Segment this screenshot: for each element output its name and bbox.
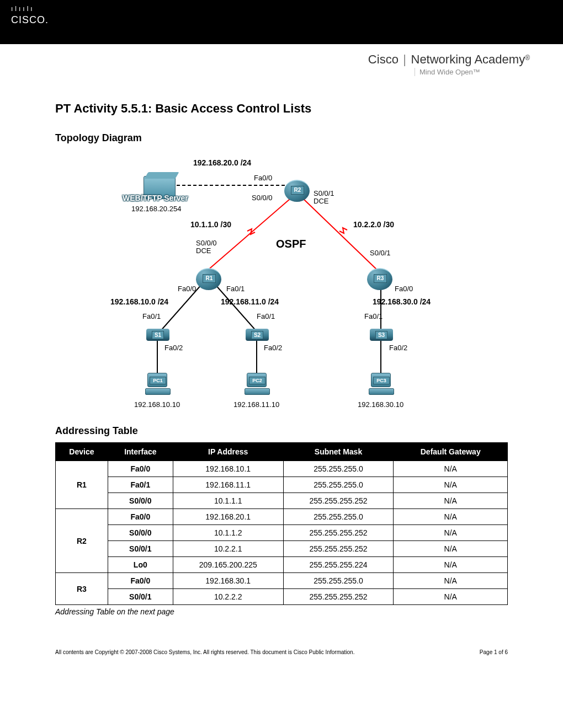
cell-mask: 255.255.255.252 <box>283 589 394 605</box>
switch-s2-label: S2 <box>251 331 263 339</box>
th-mask: Subnet Mask <box>283 443 394 461</box>
pc2-label: PC2 <box>249 377 265 384</box>
label-s1-fa01: Fa0/1 <box>142 312 161 320</box>
switch-s3-label: S3 <box>375 331 387 339</box>
label-r3-fa00: Fa0/0 <box>395 285 413 293</box>
cisco-logo-bars: ılıılı <box>11 6 552 12</box>
label-pc3-ip: 192.168.30.10 <box>358 400 403 409</box>
cell-device: R1 <box>56 461 108 509</box>
table-row: Lo0209.165.200.225255.255.255.224N/A <box>56 557 508 573</box>
cell-gateway: N/A <box>394 573 508 589</box>
label-r1-fa01: Fa0/1 <box>226 285 245 293</box>
label-r2-s000: S0/0/0 <box>252 194 273 202</box>
th-ip: IP Address <box>173 443 283 461</box>
cell-mask: 255.255.255.252 <box>283 493 394 509</box>
cell-ip: 192.168.10.1 <box>173 461 283 477</box>
cell-mask: 255.255.255.0 <box>283 573 394 589</box>
th-gateway: Default Gateway <box>394 443 508 461</box>
switch-s1-label: S1 <box>152 331 164 339</box>
cell-ip: 10.1.1.1 <box>173 493 283 509</box>
cell-interface: Fa0/0 <box>108 461 173 477</box>
label-net-10: 192.168.10.0 /24 <box>110 297 168 306</box>
table-row: S0/0/110.2.2.1255.255.255.252N/A <box>56 541 508 557</box>
academy-separator: | <box>403 52 406 66</box>
label-r1-dce: DCE <box>196 247 211 255</box>
label-r3-s001: S0/0/1 <box>370 249 391 257</box>
cell-ip: 192.168.11.1 <box>173 477 283 493</box>
academy-header: Cisco | Networking Academy® Mind Wide Op… <box>0 44 563 79</box>
topology-diagram: 192.168.20.0 /24 Fa0/0 WEB/TFTP Server 1… <box>72 149 491 414</box>
section-addressing: Addressing Table <box>55 425 508 437</box>
label-net-11: 192.168.11.0 /24 <box>221 297 279 306</box>
cell-ip: 192.168.20.1 <box>173 509 283 525</box>
table-note: Addressing Table on the next page <box>55 607 508 616</box>
cell-gateway: N/A <box>394 477 508 493</box>
cell-ip: 192.168.30.1 <box>173 573 283 589</box>
cell-ip: 10.2.2.2 <box>173 589 283 605</box>
label-pc1-ip: 192.168.10.10 <box>134 400 180 409</box>
label-server: WEB/TFTP Server <box>123 194 188 202</box>
label-s1-fa02: Fa0/2 <box>164 344 183 352</box>
label-net-20: 192.168.20.0 /24 <box>193 158 251 167</box>
table-row: R2Fa0/0192.168.20.1255.255.255.0N/A <box>56 509 508 525</box>
addressing-table: Device Interface IP Address Subnet Mask … <box>55 442 508 605</box>
cell-gateway: N/A <box>394 509 508 525</box>
label-r2-s001: S0/0/1 <box>314 189 334 197</box>
label-ospf: OSPF <box>276 238 306 250</box>
table-row: S0/0/110.2.2.2255.255.255.252N/A <box>56 589 508 605</box>
table-row: S0/0/010.1.1.2255.255.255.252N/A <box>56 525 508 541</box>
th-interface: Interface <box>108 443 173 461</box>
cell-interface: S0/0/0 <box>108 525 173 541</box>
header-bar: ılıılı CISCO. <box>0 0 563 44</box>
label-server-ip: 192.168.20.254 <box>131 205 181 213</box>
label-r1-s000: S0/0/0 <box>196 239 217 247</box>
page-title: PT Activity 5.5.1: Basic Access Control … <box>55 101 508 116</box>
cell-mask: 255.255.255.252 <box>283 541 394 557</box>
cell-interface: S0/0/1 <box>108 589 173 605</box>
academy-cisco: Cisco <box>368 52 399 66</box>
cisco-logo-text: CISCO. <box>11 14 552 26</box>
label-s2-fa02: Fa0/2 <box>264 344 282 352</box>
cell-ip: 10.2.2.1 <box>173 541 283 557</box>
table-row: R1Fa0/0192.168.10.1255.255.255.0N/A <box>56 461 508 477</box>
label-s3-fa01: Fa0/1 <box>364 312 383 320</box>
cell-gateway: N/A <box>394 493 508 509</box>
pc3-label: PC3 <box>373 377 390 384</box>
academy-reg: ® <box>525 54 530 62</box>
router-r2-label: R2 <box>291 186 304 195</box>
label-r1-fa00: Fa0/0 <box>178 285 196 293</box>
cell-interface: S0/0/1 <box>108 541 173 557</box>
cell-mask: 255.255.255.224 <box>283 557 394 573</box>
cell-device: R2 <box>56 509 108 573</box>
table-row: S0/0/010.1.1.1255.255.255.252N/A <box>56 493 508 509</box>
section-topology: Topology Diagram <box>55 132 508 144</box>
cell-ip: 209.165.200.225 <box>173 557 283 573</box>
label-net-10-1: 10.1.1.0 /30 <box>190 220 231 229</box>
diagram-svg <box>72 149 491 414</box>
th-device: Device <box>56 443 108 461</box>
cell-gateway: N/A <box>394 557 508 573</box>
label-r2-dce: DCE <box>314 197 328 205</box>
cell-gateway: N/A <box>394 525 508 541</box>
cell-device: R3 <box>56 573 108 605</box>
cell-interface: Fa0/1 <box>108 477 173 493</box>
cell-mask: 255.255.255.0 <box>283 461 394 477</box>
cell-interface: Lo0 <box>108 557 173 573</box>
label-net-30: 192.168.30.0 /24 <box>373 297 431 306</box>
router-r3-label: R3 <box>374 274 387 283</box>
label-r2-fa00: Fa0/0 <box>254 174 272 182</box>
label-s3-fa02: Fa0/2 <box>389 344 407 352</box>
cell-gateway: N/A <box>394 589 508 605</box>
cell-interface: S0/0/0 <box>108 493 173 509</box>
label-net-10-2: 10.2.2.0 /30 <box>353 220 394 229</box>
cell-mask: 255.255.255.0 <box>283 509 394 525</box>
cell-gateway: N/A <box>394 461 508 477</box>
academy-name: Networking Academy <box>411 52 525 66</box>
cell-ip: 10.1.1.2 <box>173 525 283 541</box>
footer-page: Page 1 of 6 <box>480 649 508 655</box>
pc1-label: PC1 <box>150 377 166 384</box>
router-r1-label: R1 <box>203 274 216 283</box>
table-header-row: Device Interface IP Address Subnet Mask … <box>56 443 508 461</box>
table-row: R3Fa0/0192.168.30.1255.255.255.0N/A <box>56 573 508 589</box>
cell-mask: 255.255.255.252 <box>283 525 394 541</box>
